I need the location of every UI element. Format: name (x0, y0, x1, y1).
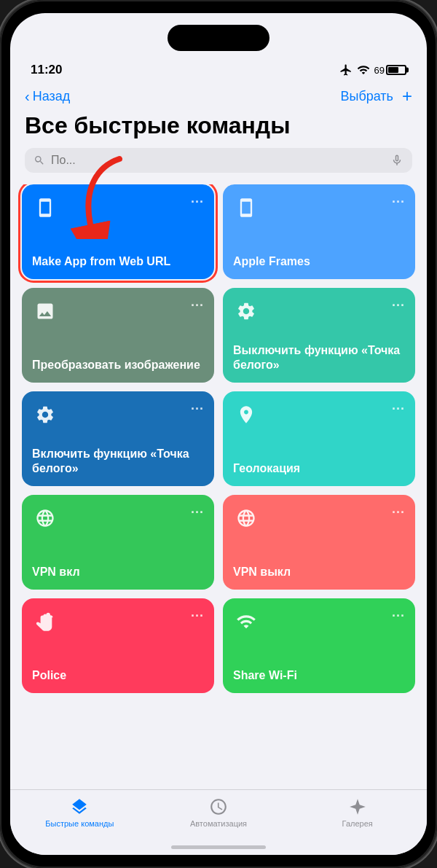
dynamic-island (168, 25, 269, 51)
card-label-vpn-on: VPN вкл (32, 565, 204, 579)
shortcut-card-police[interactable]: ··· Police (22, 598, 214, 693)
card-icon-police (32, 609, 58, 635)
battery-body (386, 65, 406, 75)
card-icon-share-wifi (233, 609, 259, 635)
nav-back-label: Назад (33, 89, 71, 104)
select-button[interactable]: Выбрать (340, 89, 393, 104)
search-input[interactable] (51, 154, 385, 167)
card-label-share-wifi: Share Wi-Fi (233, 668, 405, 683)
card-icon-vpn-off (233, 505, 259, 531)
card-icon-vpn-on (32, 505, 58, 531)
card-label-geolocation: Геолокация (233, 461, 405, 476)
battery-percent: 69 (374, 65, 385, 76)
shortcut-card-white-point-off[interactable]: ··· Выключить функцию «Точка белого» (223, 288, 415, 383)
add-button[interactable]: + (402, 86, 412, 106)
card-icon-make-app (32, 195, 58, 221)
status-time: 11:20 (31, 63, 62, 77)
card-top-make-app: ··· (32, 195, 204, 221)
shortcut-card-make-app[interactable]: ··· Make App from Web URL (22, 184, 214, 279)
card-top-share-wifi: ··· (233, 609, 405, 635)
shortcut-card-white-point-on[interactable]: ··· Включить функцию «Точка белого» (22, 391, 214, 486)
card-top-geolocation: ··· (233, 402, 405, 428)
phone-frame: 11:20 69 (0, 0, 437, 868)
card-icon-convert-image (32, 298, 58, 324)
page-title: Все быстрые команды (10, 112, 427, 148)
card-top-convert-image: ··· (32, 298, 204, 324)
card-label-vpn-off: VPN выкл (233, 565, 405, 579)
card-label-white-point-on: Включить функцию «Точка белого» (32, 447, 204, 476)
card-menu-geolocation[interactable]: ··· (392, 402, 405, 417)
nav-bar: ‹ Назад Выбрать + (10, 83, 427, 112)
card-menu-vpn-off[interactable]: ··· (392, 505, 405, 520)
card-label-make-app: Make App from Web URL (32, 254, 204, 269)
card-menu-apple-frames[interactable]: ··· (392, 195, 405, 210)
shortcuts-grid: ··· Make App from Web URL ··· Apple Fram… (10, 184, 427, 693)
card-label-convert-image: Преобразовать изображение (32, 358, 204, 372)
shortcut-card-vpn-on[interactable]: ··· VPN вкл (22, 495, 214, 590)
tab-gallery[interactable]: Галерея (288, 797, 427, 828)
shortcut-card-convert-image[interactable]: ··· Преобразовать изображение (22, 288, 214, 383)
battery-icon: 69 (374, 65, 406, 76)
shortcut-card-vpn-off[interactable]: ··· VPN выкл (223, 495, 415, 590)
card-label-apple-frames: Apple Frames (233, 254, 405, 269)
status-icons: 69 (339, 63, 406, 77)
nav-back-button[interactable]: ‹ Назад (25, 88, 70, 105)
shortcut-card-apple-frames[interactable]: ··· Apple Frames (223, 184, 415, 279)
wifi-icon (357, 63, 370, 77)
clock-icon (209, 797, 228, 816)
card-top-white-point-off: ··· (233, 298, 405, 324)
phone-screen: 11:20 69 (10, 13, 427, 855)
card-icon-white-point-off (233, 298, 259, 324)
mic-icon (390, 154, 403, 167)
card-menu-vpn-on[interactable]: ··· (191, 505, 204, 520)
home-indicator (171, 845, 266, 849)
card-icon-apple-frames (233, 195, 259, 221)
card-menu-white-point-off[interactable]: ··· (392, 298, 405, 313)
nav-actions: Выбрать + (340, 86, 412, 106)
card-top-vpn-off: ··· (233, 505, 405, 531)
card-label-white-point-off: Выключить функцию «Точка белого» (233, 343, 405, 372)
tab-automation[interactable]: Автоматизация (149, 797, 288, 828)
card-menu-police[interactable]: ··· (191, 609, 204, 624)
layers-icon (70, 797, 89, 816)
card-top-police: ··· (32, 609, 204, 635)
tab-shortcuts[interactable]: Быстрые команды (10, 797, 149, 828)
shortcut-card-geolocation[interactable]: ··· Геолокация (223, 391, 415, 486)
card-top-vpn-on: ··· (32, 505, 204, 531)
card-top-white-point-on: ··· (32, 402, 204, 428)
back-chevron-icon: ‹ (25, 88, 30, 105)
battery-fill (388, 67, 398, 73)
card-menu-share-wifi[interactable]: ··· (392, 609, 405, 624)
shortcut-card-share-wifi[interactable]: ··· Share Wi-Fi (223, 598, 415, 693)
card-icon-geolocation (233, 402, 259, 428)
tab-automation-label: Автоматизация (190, 819, 247, 828)
card-top-apple-frames: ··· (233, 195, 405, 221)
card-menu-white-point-on[interactable]: ··· (191, 402, 204, 417)
sparkles-icon (348, 797, 367, 816)
search-icon (34, 155, 45, 166)
card-icon-white-point-on (32, 402, 58, 428)
search-bar[interactable] (25, 148, 412, 173)
card-menu-make-app[interactable]: ··· (191, 195, 204, 210)
tab-shortcuts-label: Быстрые команды (45, 819, 114, 828)
airplane-icon (339, 63, 353, 77)
card-label-police: Police (32, 668, 204, 683)
card-menu-convert-image[interactable]: ··· (191, 298, 204, 313)
tab-gallery-label: Галерея (342, 819, 373, 828)
